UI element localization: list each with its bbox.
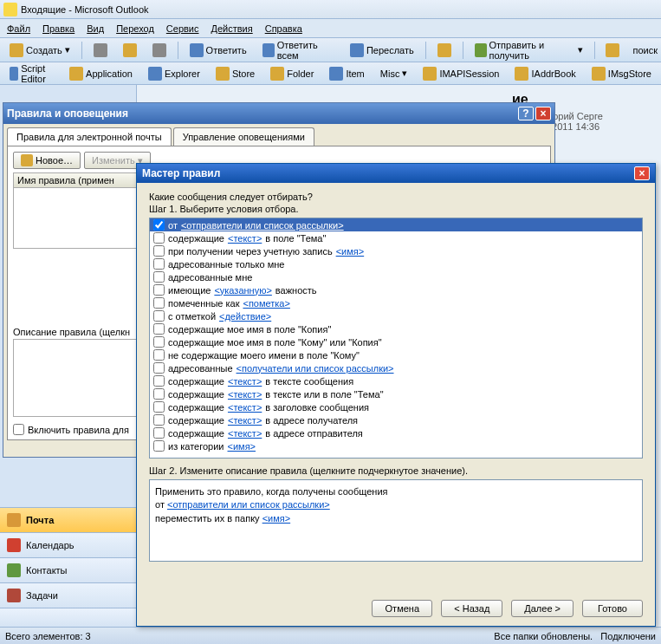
cancel-button[interactable]: Отмена xyxy=(372,600,432,617)
condition-link[interactable]: <получатели или список рассылки> xyxy=(237,363,394,374)
replyall-button[interactable]: Ответить всем xyxy=(256,37,340,63)
condition-row[interactable]: при получении через учетную запись <имя> xyxy=(150,244,642,257)
application-button[interactable]: Application xyxy=(63,64,139,83)
store-button[interactable]: Store xyxy=(210,64,261,83)
forward-button[interactable]: Переслать xyxy=(344,41,420,60)
condition-link[interactable]: <имя> xyxy=(228,441,256,452)
delete-button[interactable] xyxy=(146,41,172,60)
rules-titlebar[interactable]: Правила и оповещения ? × xyxy=(3,103,554,124)
from-link[interactable]: <отправители или список рассылки> xyxy=(167,499,330,510)
condition-checkbox[interactable] xyxy=(153,284,165,296)
tab-alerts[interactable]: Управление оповещениями xyxy=(173,127,314,146)
condition-row[interactable]: не содержащие моего имени в поле "Кому" xyxy=(150,348,642,361)
condition-checkbox[interactable] xyxy=(153,375,165,387)
condition-checkbox[interactable] xyxy=(153,401,165,413)
finish-button[interactable]: Готово xyxy=(582,600,643,617)
condition-link[interactable]: <пометка> xyxy=(243,298,289,309)
conditions-list[interactable]: от <отправители или список рассылки>соде… xyxy=(149,218,643,459)
condition-checkbox[interactable] xyxy=(153,349,165,361)
condition-link[interactable]: <отправители или список рассылки> xyxy=(181,220,344,231)
iaddrbook-button[interactable]: IAddrBook xyxy=(509,64,581,83)
condition-row[interactable]: имеющие <указанную> важность xyxy=(150,283,642,296)
condition-checkbox[interactable] xyxy=(153,271,165,283)
menu-file[interactable]: Файл xyxy=(7,23,30,34)
create-button[interactable]: Создать ▾ xyxy=(3,41,76,60)
nav-tasks[interactable]: Задачи xyxy=(0,582,136,608)
condition-row[interactable]: адресованные <получатели или список расс… xyxy=(150,361,642,374)
menu-edit[interactable]: Правка xyxy=(42,23,75,34)
condition-link[interactable]: <имя> xyxy=(336,246,365,257)
tab-email-rules[interactable]: Правила для электронной почты xyxy=(7,127,172,146)
condition-row[interactable]: содержащие <текст> в тексте сообщения xyxy=(150,374,642,387)
menu-view[interactable]: Вид xyxy=(87,23,104,34)
addrbook-button[interactable] xyxy=(599,41,625,60)
nav-mail[interactable]: Почта xyxy=(0,507,136,532)
search-label: поиск xyxy=(632,45,658,55)
condition-checkbox[interactable] xyxy=(153,388,165,400)
folder-link[interactable]: <имя> xyxy=(262,513,291,524)
misc-button[interactable]: Misc ▾ xyxy=(374,65,414,81)
help-button[interactable]: ? xyxy=(518,107,534,120)
condition-link[interactable]: <текст> xyxy=(228,233,262,244)
condition-checkbox[interactable] xyxy=(153,414,165,426)
close-icon[interactable]: × xyxy=(634,166,650,180)
condition-row[interactable]: помеченные как <пометка> xyxy=(150,296,642,309)
nav-contacts[interactable]: Контакты xyxy=(0,557,136,582)
nav-calendar[interactable]: Календарь xyxy=(0,532,136,557)
back-button[interactable]: < Назад xyxy=(441,600,502,617)
condition-checkbox[interactable] xyxy=(153,323,165,335)
condition-row[interactable]: содержащие <текст> в заголовке сообщения xyxy=(150,400,642,413)
reply-button[interactable]: Ответить xyxy=(184,41,253,60)
new-rule-button[interactable]: Новое… xyxy=(13,152,81,169)
explorer-button[interactable]: Explorer xyxy=(142,64,206,83)
condition-row[interactable]: содержащие <текст> в адресе получателя xyxy=(150,413,642,426)
condition-row[interactable]: содержащие мое имя в поле "Копия" xyxy=(150,322,642,335)
condition-link[interactable]: <текст> xyxy=(228,376,262,387)
condition-link[interactable]: <текст> xyxy=(228,428,262,439)
condition-row[interactable]: от <отправители или список рассылки> xyxy=(150,218,642,231)
print-button[interactable] xyxy=(87,41,113,60)
condition-link[interactable]: <текст> xyxy=(228,389,262,400)
next-button[interactable]: Далее > xyxy=(511,600,574,617)
condition-row[interactable]: содержащие мое имя в поле "Кому" или "Ко… xyxy=(150,335,642,348)
condition-link[interactable]: <текст> xyxy=(228,402,262,413)
condition-row[interactable]: из категории <имя> xyxy=(150,439,642,452)
condition-link[interactable]: <указанную> xyxy=(214,285,271,296)
menu-help[interactable]: Справка xyxy=(265,23,302,34)
condition-checkbox[interactable] xyxy=(153,310,165,322)
menu-goto[interactable]: Переход xyxy=(116,23,154,34)
condition-checkbox[interactable] xyxy=(153,219,165,231)
condition-checkbox[interactable] xyxy=(153,427,165,439)
close-button[interactable]: × xyxy=(535,107,551,120)
condition-checkbox[interactable] xyxy=(153,245,165,257)
condition-checkbox[interactable] xyxy=(153,258,165,270)
menu-actions[interactable]: Действия xyxy=(211,23,253,34)
move-button[interactable] xyxy=(117,41,143,60)
condition-link[interactable]: <действие> xyxy=(219,311,271,322)
condition-row[interactable]: с отметкой <действие> xyxy=(150,309,642,322)
menu-service[interactable]: Сервис xyxy=(166,23,199,34)
imsgstore-button[interactable]: IMsgStore xyxy=(586,64,658,83)
folder-button[interactable]: Folder xyxy=(264,64,320,83)
condition-row[interactable]: содержащие <текст> в поле "Тема" xyxy=(150,231,642,244)
condition-checkbox[interactable] xyxy=(153,297,165,309)
item-button[interactable]: Item xyxy=(323,64,370,83)
condition-row[interactable]: адресованные только мне xyxy=(150,257,642,270)
wizard-titlebar[interactable]: Мастер правил × xyxy=(137,164,655,183)
sendrecv-button[interactable]: Отправить и получить ▾ xyxy=(469,37,589,63)
replyall-icon xyxy=(262,43,275,57)
book-icon xyxy=(606,43,619,57)
condition-checkbox[interactable] xyxy=(153,336,165,348)
flag-button[interactable] xyxy=(431,41,457,60)
condition-row[interactable]: адресованные мне xyxy=(150,270,642,283)
condition-checkbox[interactable] xyxy=(153,440,165,452)
condition-row[interactable]: содержащие <текст> в адресе отправителя xyxy=(150,426,642,439)
condition-checkbox[interactable] xyxy=(153,362,165,374)
condition-checkbox[interactable] xyxy=(153,232,165,244)
condition-link[interactable]: <текст> xyxy=(228,415,262,426)
script-editor-button[interactable]: Script Editor xyxy=(3,61,60,87)
nav-shortcuts[interactable] xyxy=(0,608,136,627)
window-titlebar: Входящие - Microsoft Outlook xyxy=(0,0,661,19)
condition-row[interactable]: содержащие <текст> в тексте или в поле "… xyxy=(150,387,642,400)
imapisession-button[interactable]: IMAPISession xyxy=(417,64,505,83)
